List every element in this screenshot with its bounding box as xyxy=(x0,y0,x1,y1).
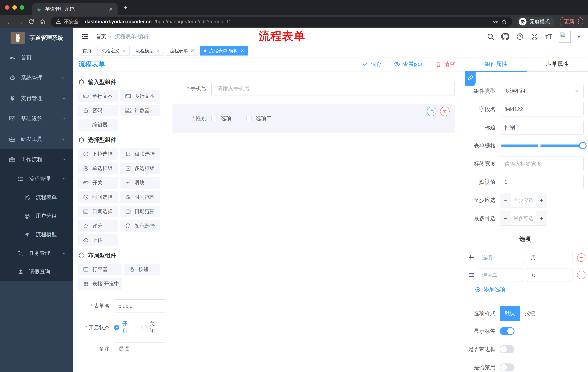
component-single-text[interactable]: 单行文本 xyxy=(78,90,118,102)
fullscreen-icon[interactable] xyxy=(531,33,538,40)
forward-icon[interactable]: → xyxy=(16,17,25,26)
bookmark-star-icon[interactable] xyxy=(501,19,507,25)
save-button[interactable]: 保存 xyxy=(362,60,382,68)
component-button[interactable]: 按钮 xyxy=(125,264,160,275)
grid-slider[interactable] xyxy=(501,145,583,147)
sidebar-item-infra[interactable]: 基础设施 xyxy=(0,108,73,129)
search-icon[interactable] xyxy=(487,33,494,40)
component-upload[interactable]: 上传 xyxy=(78,234,118,246)
component-multi-text[interactable]: 多行文本 xyxy=(120,90,160,102)
drag-handle-icon[interactable] xyxy=(468,272,475,278)
reload-icon[interactable] xyxy=(27,17,36,26)
url-bar[interactable]: 不安全 dashboard.yudao.iocoder.cn/bpm/manag… xyxy=(51,17,512,27)
tag-close-icon[interactable]: ✕ xyxy=(241,48,244,53)
help-icon[interactable] xyxy=(516,33,524,40)
component-row-container[interactable]: 行容器 xyxy=(78,264,122,275)
status-off-radio[interactable]: 关闭 xyxy=(141,320,160,335)
sidebar-item-devtools[interactable]: 研发工具 xyxy=(0,129,73,149)
minimize-window-button[interactable] xyxy=(12,5,17,10)
tag-process-model[interactable]: 流程模型✕ xyxy=(132,46,164,55)
component-cascader[interactable]: 级联选择 xyxy=(120,148,160,160)
sidebar-item-process-manage[interactable]: 流程管理 xyxy=(0,170,73,188)
component-time-picker[interactable]: 时间选择 xyxy=(78,191,118,203)
close-window-button[interactable] xyxy=(5,5,10,10)
component-slider[interactable]: 滑块 xyxy=(120,177,160,189)
clear-button[interactable]: 清空 xyxy=(435,60,455,68)
form-name-input[interactable] xyxy=(114,299,165,312)
tag-home[interactable]: 首页 xyxy=(79,46,95,55)
min-select-value[interactable]: 至少应选 xyxy=(511,193,536,207)
component-time-range[interactable]: 时间范围 xyxy=(120,191,160,203)
resize-handle-icon[interactable] xyxy=(164,362,165,365)
field-name-input[interactable] xyxy=(500,102,584,117)
tag-process-form[interactable]: 流程表单✕ xyxy=(166,46,198,55)
sidebar-item-system[interactable]: ⚙ 系统管理 xyxy=(0,68,73,88)
form-remark-textarea[interactable]: 嘿嘿 xyxy=(114,342,165,366)
max-select-value[interactable]: 最多可选 xyxy=(511,211,536,225)
sidebar-item-user-group[interactable]: 用户分组 xyxy=(0,207,73,225)
component-radio-group[interactable]: 单选框组 xyxy=(78,162,118,174)
home-icon[interactable] xyxy=(37,17,47,26)
password-key-icon[interactable] xyxy=(493,19,498,24)
border-toggle[interactable] xyxy=(500,345,514,353)
gender-option-2-checkbox[interactable]: 选项二 xyxy=(246,115,272,122)
tab-close-icon[interactable]: ✕ xyxy=(109,6,113,12)
copy-component-button[interactable] xyxy=(427,107,436,116)
app-logo[interactable]: 芋道管理系统 xyxy=(0,28,73,47)
browser-tab[interactable]: 芋道管理系统 ✕ xyxy=(32,3,117,15)
minus-button[interactable]: − xyxy=(500,211,511,225)
plus-button[interactable]: + xyxy=(536,211,547,225)
option-1-label-input[interactable] xyxy=(478,251,524,264)
style-button-button[interactable]: 按钮 xyxy=(520,306,540,321)
breadcrumb-home[interactable]: 首页 xyxy=(96,33,106,40)
avatar[interactable] xyxy=(559,31,571,43)
new-tab-button[interactable]: + xyxy=(121,3,130,12)
browser-menu-icon[interactable] xyxy=(578,19,579,24)
slider-handle[interactable] xyxy=(579,142,587,149)
component-editor[interactable]: 编辑器 xyxy=(78,119,118,131)
tag-process-form-edit[interactable]: 流程表单-编辑✕ xyxy=(200,46,248,55)
component-counter[interactable]: 123计数器 xyxy=(120,105,160,116)
status-on-radio[interactable]: 开启 xyxy=(114,320,133,335)
gender-option-1-checkbox[interactable]: 选项一 xyxy=(211,115,237,122)
phone-field-input[interactable]: 请输入手机号 xyxy=(211,81,455,96)
component-select[interactable]: 下拉选择 xyxy=(78,148,118,160)
avatar-caret-icon[interactable]: ▾ xyxy=(578,34,580,40)
tag-close-icon[interactable]: ✕ xyxy=(122,48,126,53)
security-label[interactable]: 不安全 xyxy=(64,18,79,25)
show-label-toggle[interactable] xyxy=(500,327,514,335)
collapse-menu-icon[interactable] xyxy=(81,33,89,40)
component-switch[interactable]: 开关 xyxy=(78,177,118,189)
drag-handle-icon[interactable] xyxy=(468,254,475,261)
tag-close-icon[interactable]: ✕ xyxy=(156,48,160,53)
component-date-range[interactable]: 日期范围 xyxy=(120,206,160,217)
browser-update-button[interactable]: 更新 xyxy=(560,17,583,26)
sidebar-item-leave-query[interactable]: 请假查询 xyxy=(0,262,73,281)
component-color-picker[interactable]: 颜色选择 xyxy=(120,220,160,232)
disabled-toggle[interactable] xyxy=(500,363,514,372)
link-side-tab[interactable] xyxy=(465,72,476,86)
canvas-phone-field[interactable]: *手机号 请输入手机号 xyxy=(172,81,455,96)
tab-component-props[interactable]: 组件属性 xyxy=(465,57,527,71)
back-icon[interactable]: ← xyxy=(5,17,14,26)
plus-button[interactable]: + xyxy=(536,193,547,207)
sidebar-item-workflow[interactable]: 工作流程 xyxy=(0,149,73,170)
add-option-button[interactable]: 添加选项 xyxy=(475,286,588,293)
option-2-label-input[interactable] xyxy=(478,268,524,282)
component-table[interactable]: 表格[开发中] xyxy=(78,278,122,289)
delete-component-button[interactable] xyxy=(440,107,450,116)
tag-process-definition[interactable]: 流程定义✕ xyxy=(97,46,129,55)
title-input[interactable] xyxy=(500,120,584,135)
remove-option-button[interactable]: − xyxy=(577,271,586,279)
component-password[interactable]: 密码 xyxy=(78,105,118,116)
component-checkbox-group[interactable]: 多选框组 xyxy=(120,162,160,174)
option-1-value-input[interactable] xyxy=(527,251,573,264)
maximize-window-button[interactable] xyxy=(20,5,24,10)
font-size-icon[interactable]: ᴛT xyxy=(545,33,552,40)
label-width-input[interactable] xyxy=(500,157,584,171)
sidebar-item-task-manage[interactable]: 任务管理 xyxy=(0,244,73,262)
sidebar-item-home[interactable]: 首页 xyxy=(0,47,73,68)
component-rate[interactable]: 评分 xyxy=(78,220,118,232)
sidebar-item-process-form[interactable]: 流程表单 xyxy=(0,188,73,207)
component-date-picker[interactable]: 日期选择 xyxy=(78,206,118,217)
